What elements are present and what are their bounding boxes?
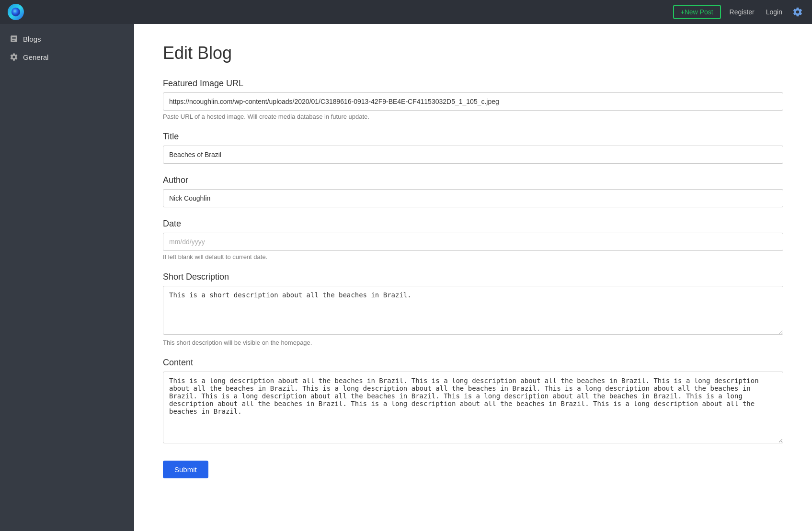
author-group: Author xyxy=(163,175,783,207)
short-description-input[interactable] xyxy=(163,286,783,335)
main-content: Edit Blog Featured Image URL Paste URL o… xyxy=(134,24,812,531)
short-description-hint: This short description will be visible o… xyxy=(163,339,783,346)
date-group: Date If left blank will default to curre… xyxy=(163,219,783,260)
title-input[interactable] xyxy=(163,146,783,164)
topnav-left xyxy=(8,4,24,20)
login-button[interactable]: Login xyxy=(763,6,785,18)
sidebar-item-blogs-label: Blogs xyxy=(23,35,41,43)
date-input[interactable] xyxy=(163,233,783,251)
new-post-button[interactable]: +New Post xyxy=(673,5,721,19)
date-label: Date xyxy=(163,219,783,229)
short-description-label: Short Description xyxy=(163,272,783,282)
featured-image-group: Featured Image URL Paste URL of a hosted… xyxy=(163,79,783,120)
layout: Blogs General Edit Blog Featured Image U… xyxy=(0,24,812,531)
content-input[interactable] xyxy=(163,372,783,443)
topnav-right: +New Post Register Login xyxy=(673,5,805,19)
sidebar: Blogs General xyxy=(0,24,134,531)
title-label: Title xyxy=(163,132,783,142)
sidebar-item-general[interactable]: General xyxy=(0,48,134,66)
author-label: Author xyxy=(163,175,783,185)
featured-image-hint: Paste URL of a hosted image. Will create… xyxy=(163,113,783,120)
author-input[interactable] xyxy=(163,189,783,207)
content-label: Content xyxy=(163,358,783,368)
top-nav: +New Post Register Login xyxy=(0,0,812,24)
page-title: Edit Blog xyxy=(163,43,783,63)
featured-image-label: Featured Image URL xyxy=(163,79,783,89)
svg-point-0 xyxy=(11,8,20,16)
logo-icon[interactable] xyxy=(8,4,24,20)
short-description-group: Short Description This short description… xyxy=(163,272,783,346)
sidebar-item-blogs[interactable]: Blogs xyxy=(0,30,134,48)
title-group: Title xyxy=(163,132,783,164)
date-hint: If left blank will default to current da… xyxy=(163,253,783,260)
content-group: Content xyxy=(163,358,783,445)
featured-image-input[interactable] xyxy=(163,92,783,111)
settings-icon[interactable] xyxy=(791,5,804,19)
register-button[interactable]: Register xyxy=(727,6,757,18)
submit-button[interactable]: Submit xyxy=(163,461,208,478)
sidebar-item-general-label: General xyxy=(23,53,48,61)
